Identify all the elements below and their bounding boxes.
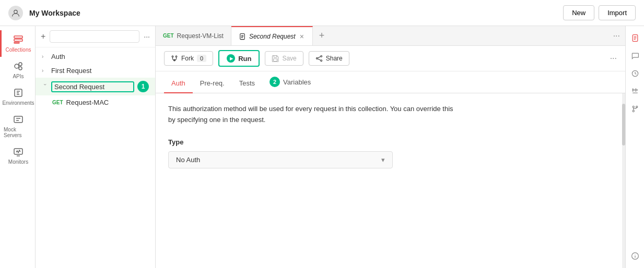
tab-variables-label: Variables [283, 78, 311, 86]
type-field-label: Type [168, 138, 610, 146]
panel-header: + ··· [36, 26, 155, 47]
get-method-badge: GET [52, 100, 63, 105]
svg-point-12 [175, 56, 177, 57]
tree-item-request-mac-label: Request-MAC [66, 99, 149, 106]
run-icon [227, 54, 235, 63]
tab-body-wrapper: This authorization method will be used f… [156, 93, 625, 268]
right-tool-history[interactable] [627, 66, 643, 81]
tree-item-second-request[interactable]: › Second Request 1 [36, 78, 155, 95]
svg-point-16 [321, 55, 322, 57]
tab-second-request[interactable]: Second Request × [231, 26, 313, 45]
save-label: Save [282, 55, 296, 62]
run-button[interactable]: Run [218, 50, 260, 67]
get-badge-tab1: GET [163, 33, 174, 39]
svg-point-4 [15, 64, 19, 68]
tree-item-auth[interactable]: › Auth [36, 50, 155, 64]
fork-label: Fork [181, 55, 194, 62]
share-label: Share [326, 55, 343, 62]
icon-sidebar: Collections APIs Environments Mock Serve… [0, 26, 36, 268]
auth-description: This authorization method will be used f… [168, 104, 455, 126]
tree-item-auth-label: Auth [51, 53, 149, 60]
top-bar: My Workspace New Import [0, 0, 644, 26]
add-tab-button[interactable]: + [313, 30, 331, 41]
content-area: GET Request-VM-List Second Request × + ·… [156, 26, 625, 268]
svg-point-22 [633, 110, 634, 112]
auth-tab-body: This authorization method will be used f… [156, 93, 622, 268]
file-icon [239, 33, 246, 40]
share-button[interactable]: Share [309, 51, 349, 66]
tab-request-vm-list[interactable]: GET Request-VM-List [156, 26, 231, 45]
add-collection-button[interactable]: + [41, 32, 45, 41]
svg-point-17 [316, 58, 318, 59]
svg-point-6 [19, 67, 22, 70]
chevron-right-icon: › [42, 54, 48, 59]
panel-more-button[interactable]: ··· [144, 32, 150, 41]
step-badge-1: 1 [137, 81, 149, 92]
save-button[interactable]: Save [265, 51, 303, 66]
sidebar-item-collections[interactable]: Collections [0, 30, 35, 57]
chevron-down-icon: ▾ [381, 156, 385, 164]
svg-point-11 [172, 56, 173, 57]
fork-button[interactable]: Fork 0 [164, 51, 213, 66]
chevron-down-icon: › [42, 83, 48, 90]
tab-tests[interactable]: Tests [232, 74, 262, 93]
sidebar-item-mock-servers[interactable]: Mock Servers [0, 110, 35, 142]
right-tool-runner[interactable] [627, 83, 643, 99]
collection-tree: › Auth › First Request › Second Request … [36, 47, 155, 268]
save-icon [272, 55, 279, 62]
content-toolbar: Fork 0 Run Save Share [156, 46, 625, 71]
tabs-more-button[interactable]: ··· [608, 31, 625, 41]
svg-point-0 [14, 10, 17, 13]
right-tool-document[interactable] [627, 30, 643, 46]
svg-rect-8 [14, 116, 22, 123]
scrollbar-track[interactable] [622, 93, 625, 268]
svg-rect-15 [274, 59, 277, 62]
svg-rect-14 [274, 55, 277, 57]
svg-rect-9 [14, 149, 22, 154]
user-avatar [8, 6, 23, 20]
tree-item-first-request[interactable]: › First Request [36, 64, 155, 78]
tab-pre-req[interactable]: Pre-req. [193, 74, 232, 93]
svg-rect-2 [14, 39, 22, 41]
workspace-title: My Workspace [29, 9, 557, 17]
svg-point-5 [19, 63, 22, 66]
right-tool-info[interactable] [627, 248, 643, 264]
fork-icon [171, 55, 178, 62]
auth-type-select[interactable]: No Auth ▾ [168, 151, 393, 168]
svg-point-18 [321, 60, 322, 62]
tab-pre-req-label: Pre-req. [200, 79, 225, 87]
tab-tests-label: Tests [239, 79, 255, 87]
tab2-label: Second Request [249, 33, 296, 40]
open-tabs-bar: GET Request-VM-List Second Request × + ·… [156, 26, 625, 46]
toolbar-more-button[interactable]: ··· [610, 54, 617, 63]
collection-panel: + ··· › Auth › First Request › Second Re… [36, 26, 156, 268]
new-button[interactable]: New [563, 5, 594, 20]
step-badge-2: 2 [270, 77, 280, 87]
collection-search-input[interactable] [50, 30, 139, 43]
fork-count: 0 [197, 55, 206, 62]
sidebar-item-monitors[interactable]: Monitors [0, 142, 35, 169]
sidebar-item-environments[interactable]: Environments [0, 83, 35, 110]
tree-item-first-request-label: First Request [51, 67, 149, 75]
sidebar-item-apis[interactable]: APIs [0, 57, 35, 83]
right-tool-branches[interactable] [627, 101, 643, 117]
tab-auth-label: Auth [171, 79, 185, 87]
share-icon [315, 55, 323, 62]
tab1-label: Request-VM-List [177, 32, 224, 40]
close-tab-button[interactable]: × [299, 33, 305, 40]
svg-point-21 [633, 106, 634, 107]
svg-rect-3 [14, 42, 19, 43]
right-tool-comments[interactable] [627, 48, 643, 64]
scrollbar-thumb[interactable] [622, 104, 625, 145]
tab-auth[interactable]: Auth [164, 74, 193, 93]
import-button[interactable]: Import [599, 5, 636, 20]
sidebar-collections-label: Collections [6, 47, 31, 53]
sidebar-mock-label: Mock Servers [4, 127, 33, 138]
sidebar-apis-label: APIs [13, 74, 24, 79]
sidebar-monitors-label: Monitors [8, 159, 28, 165]
tree-item-request-mac[interactable]: GET Request-MAC [36, 95, 155, 109]
run-label: Run [238, 55, 251, 63]
auth-type-value: No Auth [176, 156, 200, 164]
tab-variables[interactable]: 2 Variables [262, 71, 318, 93]
right-sidebar [625, 26, 644, 268]
